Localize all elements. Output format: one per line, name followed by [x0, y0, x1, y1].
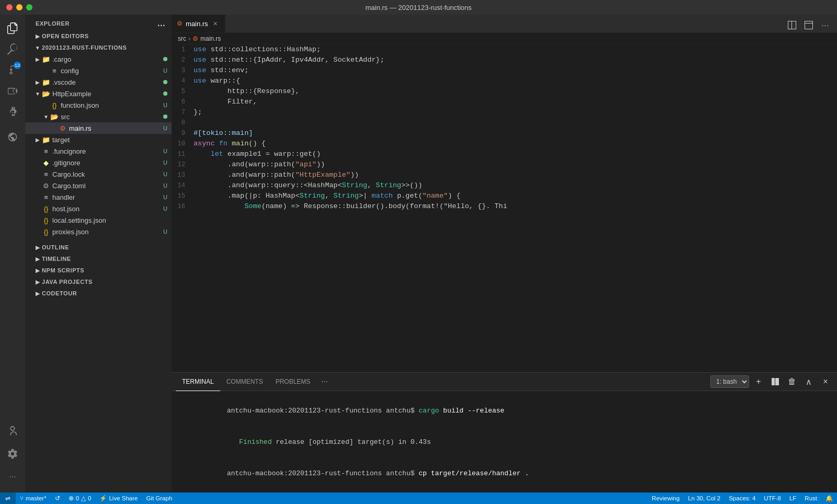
status-bar: ⇌ ⑂ master* ↺ ⊗ 0 △ 0 ⚡ Live Share Git G…	[0, 492, 837, 504]
explorer-icon[interactable]	[3, 19, 22, 38]
titlebar-title: main.rs — 20201123-rust-functions	[365, 4, 471, 12]
new-terminal-button[interactable]: +	[751, 374, 766, 389]
status-bar-right: Reviewing Ln 30, Col 2 Spaces: 4 UTF-8 L…	[648, 492, 837, 504]
terminal-line: Finished release [optimized] target(s) i…	[178, 427, 831, 458]
bell-icon: 🔔	[825, 495, 833, 502]
project-arrow: ▼	[33, 45, 42, 51]
maximize-button[interactable]	[26, 4, 32, 10]
folder-icon: 📁	[42, 136, 50, 144]
code-line: 2 use std::net::{IpAddr, Ipv4Addr, Socke…	[172, 55, 837, 65]
open-editors-arrow: ▶	[33, 33, 42, 39]
sidebar-item-vscode[interactable]: ▶ 📁 .vscode	[25, 76, 172, 88]
timeline-section[interactable]: ▶ TIMELINE	[25, 253, 172, 265]
status-language[interactable]: Rust	[800, 492, 821, 504]
file-icon: ≡	[42, 170, 50, 178]
sidebar-item-gitignore[interactable]: ▶ ◆ .gitignore U	[25, 157, 172, 168]
terminal-actions: 1: bash + 🗑 ∧ ×	[710, 374, 833, 389]
status-git-graph[interactable]: Git Graph	[142, 492, 176, 504]
open-editors-label: OPEN EDITORS	[42, 33, 89, 39]
json-icon: {}	[42, 216, 50, 224]
code-line: 5 http::{Response},	[172, 86, 837, 97]
npm-scripts-section[interactable]: ▶ NPM SCRIPTS	[25, 265, 172, 276]
tab-terminal[interactable]: TERMINAL	[176, 373, 220, 391]
run-icon[interactable]	[3, 82, 22, 100]
sidebar-item-handler[interactable]: ▶ ≡ handler U	[25, 191, 172, 203]
sidebar-item-src[interactable]: ▼ 📂 src	[25, 111, 172, 122]
sidebar-item-main-rs[interactable]: ▶ ⚙ main.rs U	[25, 122, 172, 134]
status-errors[interactable]: ⊗ 0 △ 0	[64, 492, 96, 504]
live-share-icon: ⚡	[99, 495, 107, 502]
status-position[interactable]: Ln 30, Col 2	[684, 492, 725, 504]
json-icon: {}	[50, 101, 59, 109]
terminal-content[interactable]: antchu-macbook:20201123-rust-functions a…	[172, 391, 837, 492]
close-button[interactable]	[6, 4, 13, 10]
sidebar-header: EXPLORER ...	[25, 15, 172, 30]
status-remote-button[interactable]: ⇌	[0, 492, 16, 504]
file-lines-icon: ≡	[50, 67, 59, 75]
status-encoding[interactable]: UTF-8	[760, 492, 785, 504]
java-projects-section[interactable]: ▶ JAVA PROJECTS	[25, 276, 172, 288]
sidebar-item-config[interactable]: ▶ ≡ config U	[25, 65, 172, 76]
more-actions-icon[interactable]: ···	[818, 18, 833, 32]
status-eol[interactable]: LF	[785, 492, 800, 504]
split-editor-icon[interactable]	[785, 18, 799, 32]
status-reviewing[interactable]: Reviewing	[648, 492, 684, 504]
sidebar-item-target[interactable]: ▶ 📁 target	[25, 134, 172, 145]
sidebar-more-button[interactable]: ...	[157, 19, 165, 28]
sidebar-item-httpexample[interactable]: ▼ 📂 HttpExample	[25, 88, 172, 99]
open-editors-section[interactable]: ▶ OPEN EDITORS	[25, 30, 172, 42]
project-section[interactable]: ▼ 20201123-RUST-FUNCTIONS	[25, 42, 172, 53]
branch-icon: ⑂	[20, 495, 24, 501]
split-terminal-button[interactable]	[768, 374, 783, 389]
code-line: 9 #[tokio::main]	[172, 128, 837, 139]
folder-open-icon: 📂	[42, 90, 50, 98]
code-line: 15 .map(|p: HashMap<String, String>| mat…	[172, 191, 837, 201]
settings-icon[interactable]	[3, 444, 22, 463]
file-icon: ◆	[42, 159, 50, 167]
sidebar-item-function-json[interactable]: ▶ {} function.json U	[25, 99, 172, 111]
terminal-close-button[interactable]: ×	[818, 374, 833, 389]
breadcrumb-main-rs[interactable]: main.rs	[200, 35, 221, 42]
status-spaces[interactable]: Spaces: 4	[725, 492, 760, 504]
source-control-icon[interactable]: 13	[3, 61, 22, 79]
sync-icon: ↺	[55, 495, 60, 502]
extensions-icon[interactable]	[3, 102, 22, 121]
terminal-more-button[interactable]: ···	[316, 377, 332, 386]
tab-close-button[interactable]: ×	[211, 19, 220, 28]
tab-main-rs[interactable]: ⚙ main.rs ×	[172, 15, 225, 32]
status-sync[interactable]: ↺	[51, 492, 64, 504]
tab-problems[interactable]: PROBLEMS	[269, 373, 317, 391]
shell-selector[interactable]: 1: bash	[710, 375, 749, 388]
sidebar-item-funcignore[interactable]: ▶ ≡ .funcignore U	[25, 145, 172, 157]
status-live-share[interactable]: ⚡ Live Share	[95, 492, 142, 504]
toggle-panel-icon[interactable]	[801, 18, 816, 32]
more-icon[interactable]: ···	[3, 467, 22, 486]
sidebar-item-cargo[interactable]: ▶ 📁 .cargo	[25, 53, 172, 65]
terminal-up-button[interactable]: ∧	[801, 374, 816, 389]
codetour-section[interactable]: ▶ CODETOUR	[25, 288, 172, 299]
breadcrumb-src[interactable]: src	[178, 35, 186, 42]
sidebar-title: EXPLORER	[36, 20, 70, 27]
source-control-badge: 13	[14, 62, 21, 69]
kill-terminal-button[interactable]: 🗑	[785, 374, 799, 389]
status-notifications[interactable]: 🔔	[821, 492, 837, 504]
sidebar-item-cargo-toml[interactable]: ▶ ⚙ Cargo.toml U	[25, 180, 172, 191]
sidebar-item-host-json[interactable]: ▶ {} host.json U	[25, 203, 172, 214]
tab-comments[interactable]: COMMENTS	[220, 373, 269, 391]
code-line: 4 use warp::{	[172, 76, 837, 86]
search-icon[interactable]	[3, 40, 22, 59]
code-line: 1 use std::collections::HashMap;	[172, 44, 837, 55]
outline-section[interactable]: ▶ OUTLINE	[25, 242, 172, 253]
code-line: 13 .and(warp::path("HttpExample"))	[172, 170, 837, 180]
minimize-button[interactable]	[16, 4, 22, 10]
code-editor[interactable]: 1 use std::collections::HashMap; 2 use s…	[172, 44, 837, 372]
remote-icon[interactable]	[3, 128, 22, 146]
status-branch[interactable]: ⑂ master*	[16, 492, 51, 504]
file-icon: ≡	[42, 147, 50, 155]
sidebar-item-local-settings[interactable]: ▶ {} local.settings.json	[25, 214, 172, 226]
window-controls[interactable]	[6, 4, 32, 10]
sidebar-item-cargo-lock[interactable]: ▶ ≡ Cargo.lock U	[25, 168, 172, 180]
sidebar-item-proxies-json[interactable]: ▶ {} proxies.json U	[25, 226, 172, 237]
account-icon[interactable]	[3, 421, 22, 440]
terminal-panel: TERMINAL COMMENTS PROBLEMS ··· 1: bash +…	[172, 372, 837, 492]
